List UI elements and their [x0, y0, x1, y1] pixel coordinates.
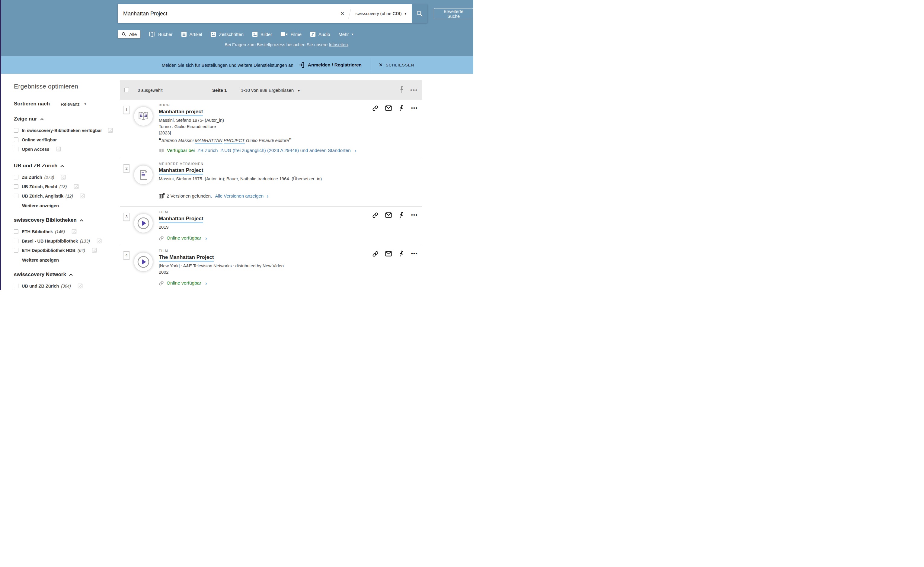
facet-label[interactable]: UB Zürich, Anglistik [22, 194, 63, 199]
section-swisscovery-network[interactable]: swisscovery Network [14, 272, 117, 278]
facet-checkbox[interactable] [14, 194, 18, 198]
facet-checkbox[interactable] [14, 229, 18, 234]
chevron-up-icon [80, 219, 83, 223]
section-ub-zb-zuerich[interactable]: UB und ZB Zürich [14, 163, 117, 169]
results-range-dropdown[interactable]: 1-10 von 888 Ergebnissen ▾ [241, 87, 300, 93]
image-icon [252, 32, 258, 37]
section-zeige-nur[interactable]: Zeige nur [14, 116, 117, 122]
facet-label[interactable]: Basel - UB Hauptbibliothek [22, 239, 78, 244]
exclude-filter-icon[interactable] [56, 146, 61, 152]
facet-row: UB und ZB Zürich (304) [14, 281, 117, 290]
facet-checkbox[interactable] [14, 147, 18, 151]
exclude-filter-icon[interactable] [74, 184, 79, 189]
search-input[interactable] [118, 11, 336, 17]
facet-row: UB Zürich, Recht (13) [14, 182, 117, 191]
facet-label[interactable]: ZB Zürich [22, 175, 42, 180]
tab-buecher[interactable]: Bücher [149, 32, 172, 37]
versions-row: 2 Versionen gefunden. Alle Versionen anz… [159, 193, 370, 199]
result-actions: ••• [372, 212, 418, 219]
section-swisscovery-bibliotheken[interactable]: swisscovery Bibliotheken [14, 217, 117, 223]
notice-infoseiten-link[interactable]: Infoseiten [329, 42, 348, 47]
email-icon[interactable] [385, 251, 392, 256]
facet-label[interactable]: In swisscovery-Bibliotheken verfügbar [22, 128, 102, 133]
more-actions-icon[interactable]: ••• [411, 251, 418, 257]
sort-value-dropdown[interactable]: Relevanz [61, 101, 80, 107]
journal-icon [210, 32, 216, 37]
tab-bilder[interactable]: Bilder [252, 32, 272, 37]
exclude-filter-icon[interactable] [92, 248, 97, 253]
facet-label[interactable]: UB Zürich, Recht [22, 184, 57, 189]
facet-checkbox[interactable] [14, 175, 18, 179]
tab-artikel[interactable]: Artikel [181, 32, 202, 37]
pin-icon[interactable] [399, 212, 405, 219]
permalink-icon[interactable] [372, 212, 378, 218]
exclude-filter-icon[interactable] [97, 238, 102, 244]
exclude-filter-icon[interactable] [108, 128, 113, 133]
tab-alle[interactable]: Alle [118, 30, 140, 38]
tab-mehr[interactable]: Mehr ▾ [338, 32, 353, 37]
permalink-icon[interactable] [372, 251, 378, 257]
result-author: Massini, Stefano 1975- (Autor_in); Bauer… [159, 176, 370, 182]
facet-label[interactable]: UB und ZB Zürich [22, 284, 59, 289]
facet-count: (145) [55, 229, 65, 234]
exclude-filter-icon[interactable] [72, 229, 76, 234]
close-quote-icon: ” [289, 137, 292, 143]
availability-row[interactable]: Online verfügbar › [159, 280, 370, 286]
more-actions-icon[interactable]: ••• [410, 87, 418, 93]
availability-location-link[interactable]: ZB Zürich 2.UG (frei zugänglich) (2023 A… [197, 148, 351, 153]
facets-sidebar: Ergebnisse optimieren Sortieren nach Rel… [0, 74, 120, 290]
sidebar-title: Ergebnisse optimieren [14, 83, 117, 90]
search-scope-dropdown[interactable]: swisscovery (ohne CDI) ▾ [351, 11, 412, 16]
pin-icon[interactable] [399, 105, 405, 112]
exclude-filter-icon[interactable] [80, 193, 85, 199]
result-title-link[interactable]: Manhattan project [159, 109, 203, 116]
facet-label[interactable]: ETH Bibliothek [22, 229, 53, 234]
show-more-link[interactable]: Weitere anzeigen [22, 257, 117, 263]
email-icon[interactable] [385, 105, 392, 111]
audio-icon [310, 32, 316, 37]
tab-filme[interactable]: Filme [280, 32, 302, 37]
facet-checkbox[interactable] [14, 184, 18, 189]
select-all-checkbox[interactable] [124, 87, 129, 92]
availability-row[interactable]: Verfügbar bei ZB Zürich 2.UG (frei zugän… [159, 147, 370, 154]
facet-checkbox[interactable] [14, 248, 18, 253]
facet-checkbox[interactable] [14, 284, 18, 288]
show-all-versions-link[interactable]: Alle Versionen anzeigen [215, 193, 264, 199]
facet-checkbox[interactable] [14, 137, 18, 142]
search-button[interactable] [412, 4, 428, 23]
more-actions-icon[interactable]: ••• [411, 105, 418, 111]
close-banner-button[interactable]: × SCHLIESSEN [379, 62, 414, 68]
result-type: BUCH [159, 103, 370, 108]
facet-row: UB Zürich, Anglistik (12) [14, 191, 117, 201]
exclude-filter-icon[interactable] [78, 283, 83, 289]
facet-label[interactable]: ETH Depotbibliothek HDB [22, 248, 75, 253]
pin-results-icon[interactable] [399, 86, 405, 95]
email-icon[interactable] [385, 212, 392, 218]
facet-label[interactable]: Online verfügbar [22, 137, 57, 142]
facet-checkbox[interactable] [14, 128, 18, 132]
chevron-down-icon[interactable]: ▾ [84, 102, 86, 106]
availability-row[interactable]: Online verfügbar › [159, 235, 370, 241]
pin-icon[interactable] [399, 250, 405, 257]
chevron-down-icon: ▾ [298, 89, 300, 92]
facet-label[interactable]: Open Access [22, 147, 49, 152]
result-title-link[interactable]: Manhattan Project [159, 216, 203, 223]
tab-audio[interactable]: Audio [310, 32, 330, 37]
versions-icon [159, 193, 165, 199]
advanced-search-button[interactable]: Erweiterte Suche [434, 8, 473, 20]
clear-search-icon[interactable]: × [336, 10, 349, 17]
exclude-filter-icon[interactable] [61, 174, 66, 180]
permalink-icon[interactable] [372, 105, 378, 111]
availability-status: Verfügbar bei [167, 148, 195, 153]
result-actions: ••• [372, 105, 418, 112]
facet-checkbox[interactable] [14, 239, 18, 243]
facet-row: Basel - UB Hauptbibliothek (133) [14, 236, 117, 245]
result-title-link[interactable]: Manhattan Project [159, 168, 203, 175]
show-more-link[interactable]: Weitere anzeigen [22, 203, 117, 208]
result-title-link[interactable]: The Manhattan Project [159, 255, 214, 262]
results-range-label: 1-10 von 888 Ergebnissen [241, 87, 294, 93]
signin-button[interactable]: Anmelden / Registrieren [298, 62, 362, 68]
notice-period: . [348, 42, 349, 47]
more-actions-icon[interactable]: ••• [411, 212, 418, 218]
tab-zeitschriften[interactable]: Zeitschriften [210, 32, 244, 37]
